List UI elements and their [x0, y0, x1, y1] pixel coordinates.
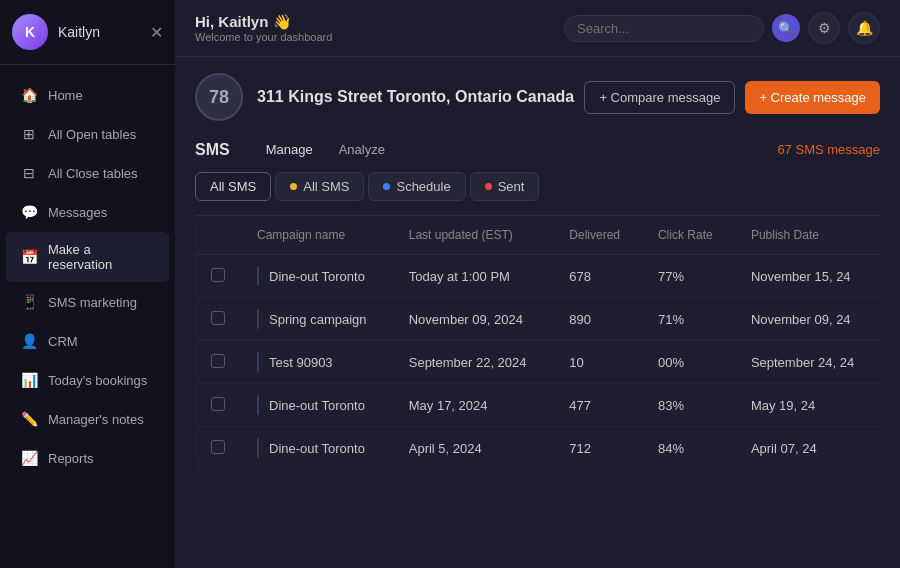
messages-icon: 💬 — [20, 203, 38, 221]
sidebar-item-crm[interactable]: 👤 CRM — [6, 322, 169, 360]
row-checkbox[interactable] — [211, 354, 225, 368]
sidebar-item-label: All Open tables — [48, 127, 136, 142]
sidebar-item-home[interactable]: 🏠 Home — [6, 76, 169, 114]
row-divider — [257, 266, 259, 286]
publish-date-cell: November 09, 24 — [735, 298, 880, 341]
sidebar-item-make-reservation[interactable]: 📅 Make a reservation — [6, 232, 169, 282]
sidebar-item-label: Manager's notes — [48, 412, 144, 427]
location-info: 78 311 Kings Street Toronto, Ontario Can… — [195, 73, 574, 121]
click-rate-cell: 83% — [642, 384, 735, 427]
row-divider — [257, 352, 259, 372]
greeting-text: Hi, Kaitlyn 👋 — [195, 13, 332, 31]
gear-icon: ⚙ — [818, 20, 831, 36]
search-bar[interactable] — [564, 15, 764, 42]
table-body: Dine-out Toronto Today at 1:00 PM 678 77… — [195, 255, 880, 470]
notes-icon: ✏️ — [20, 410, 38, 428]
publish-date-cell: April 07, 24 — [735, 427, 880, 470]
topbar-greeting: Hi, Kaitlyn 👋 Welcome to your dashboard — [195, 13, 332, 43]
close-icon[interactable]: ✕ — [150, 23, 163, 42]
search-input[interactable] — [577, 21, 751, 36]
location-buttons: + Compare message + Create message — [584, 81, 880, 114]
table-row: Dine-out Toronto Today at 1:00 PM 678 77… — [195, 255, 880, 298]
sidebar-item-label: Messages — [48, 205, 107, 220]
filter-label: Sent — [498, 179, 525, 194]
publish-date-cell: May 19, 24 — [735, 384, 880, 427]
campaign-name-cell: Spring campaign — [241, 298, 393, 341]
filter-all-sms[interactable]: All SMS — [195, 172, 271, 201]
delivered-cell: 678 — [553, 255, 642, 298]
row-divider — [257, 309, 259, 329]
tab-manage[interactable]: Manage — [254, 137, 325, 162]
checkbox-cell — [195, 427, 241, 470]
sidebar: K Kaitlyn ✕ 🏠 Home ⊞ All Open tables ⊟ A… — [0, 0, 175, 568]
filter-label: Schedule — [396, 179, 450, 194]
sidebar-item-label: SMS marketing — [48, 295, 137, 310]
campaigns-table: Campaign name Last updated (EST) Deliver… — [195, 216, 880, 469]
table-row: Test 90903 September 22, 2024 10 00% Sep… — [195, 341, 880, 384]
checkbox-cell — [195, 255, 241, 298]
th-delivered: Delivered — [553, 216, 642, 255]
sms-icon: 📱 — [20, 293, 38, 311]
table-row: Dine-out Toronto April 5, 2024 712 84% A… — [195, 427, 880, 470]
campaign-name-text: Dine-out Toronto — [269, 269, 365, 284]
sidebar-item-label: Today's bookings — [48, 373, 147, 388]
sidebar-item-label: Make a reservation — [48, 242, 155, 272]
sidebar-item-managers-notes[interactable]: ✏️ Manager's notes — [6, 400, 169, 438]
filter-schedule[interactable]: Schedule — [368, 172, 465, 201]
table-icon: ⊞ — [20, 125, 38, 143]
bell-icon: 🔔 — [856, 20, 873, 36]
delivered-cell: 10 — [553, 341, 642, 384]
notifications-button[interactable]: 🔔 — [848, 12, 880, 44]
campaign-name-cell: Test 90903 — [241, 341, 393, 384]
sidebar-item-all-open-tables[interactable]: ⊞ All Open tables — [6, 115, 169, 153]
campaign-name-text: Dine-out Toronto — [269, 398, 365, 413]
campaign-name-cell: Dine-out Toronto — [241, 427, 393, 470]
main-content: Hi, Kaitlyn 👋 Welcome to your dashboard … — [175, 0, 900, 568]
sidebar-item-all-close-tables[interactable]: ⊟ All Close tables — [6, 154, 169, 192]
sidebar-user-section: K Kaitlyn ✕ — [0, 0, 175, 65]
row-checkbox[interactable] — [211, 268, 225, 282]
sidebar-item-messages[interactable]: 💬 Messages — [6, 193, 169, 231]
sidebar-item-reports[interactable]: 📈 Reports — [6, 439, 169, 477]
content-area: 78 311 Kings Street Toronto, Ontario Can… — [175, 57, 900, 568]
compare-message-button[interactable]: + Compare message — [584, 81, 735, 114]
sidebar-username: Kaitlyn — [58, 24, 150, 40]
reservation-icon: 📅 — [20, 248, 38, 266]
sms-count: 67 SMS message — [777, 142, 880, 157]
settings-button[interactable]: ⚙ — [808, 12, 840, 44]
sidebar-item-sms-marketing[interactable]: 📱 SMS marketing — [6, 283, 169, 321]
tab-analyze[interactable]: Analyze — [327, 137, 397, 162]
sms-title: SMS — [195, 141, 230, 159]
topbar: Hi, Kaitlyn 👋 Welcome to your dashboard … — [175, 0, 900, 57]
click-rate-cell: 71% — [642, 298, 735, 341]
create-message-button[interactable]: + Create message — [745, 81, 880, 114]
sms-view-tabs: Manage Analyze — [254, 137, 397, 162]
dot-blue-icon — [383, 183, 390, 190]
sidebar-item-todays-bookings[interactable]: 📊 Today's bookings — [6, 361, 169, 399]
filter-sent[interactable]: Sent — [470, 172, 540, 201]
checkbox-cell — [195, 341, 241, 384]
delivered-cell: 712 — [553, 427, 642, 470]
campaign-name-text: Dine-out Toronto — [269, 441, 365, 456]
sidebar-item-label: Reports — [48, 451, 94, 466]
filter-all-sms-2[interactable]: All SMS — [275, 172, 364, 201]
search-icon: 🔍 — [778, 21, 794, 36]
th-checkbox — [195, 216, 241, 255]
row-checkbox[interactable] — [211, 397, 225, 411]
table-header-row: Campaign name Last updated (EST) Deliver… — [195, 216, 880, 255]
updated-cell: September 22, 2024 — [393, 341, 554, 384]
row-checkbox[interactable] — [211, 311, 225, 325]
table-row: Dine-out Toronto May 17, 2024 477 83% Ma… — [195, 384, 880, 427]
click-rate-cell: 00% — [642, 341, 735, 384]
greeting-subtext: Welcome to your dashboard — [195, 31, 332, 43]
sms-header: SMS Manage Analyze 67 SMS message — [195, 137, 880, 162]
row-checkbox[interactable] — [211, 440, 225, 454]
search-button[interactable]: 🔍 — [772, 14, 800, 42]
sidebar-item-label: All Close tables — [48, 166, 138, 181]
th-publish-date: Publish Date — [735, 216, 880, 255]
updated-cell: May 17, 2024 — [393, 384, 554, 427]
bookings-icon: 📊 — [20, 371, 38, 389]
dot-yellow-icon — [290, 183, 297, 190]
delivered-cell: 477 — [553, 384, 642, 427]
row-divider — [257, 395, 259, 415]
